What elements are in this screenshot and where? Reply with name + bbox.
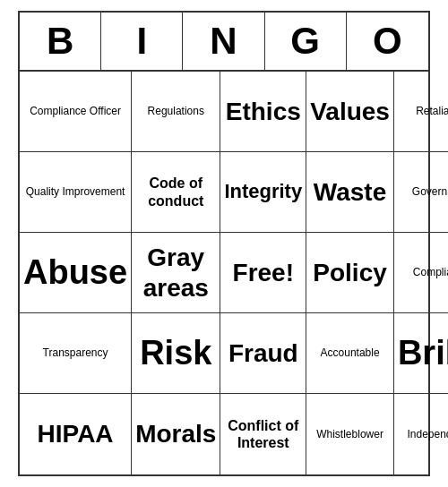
cell-text: Governance xyxy=(412,185,448,198)
bingo-cell: Values xyxy=(306,72,394,152)
cell-text: Independence xyxy=(407,428,448,440)
bingo-cell: Gray areas xyxy=(132,233,220,313)
cell-text: Whistleblower xyxy=(316,428,383,440)
bingo-cell: Free! xyxy=(220,233,306,313)
bingo-cell: Fraud xyxy=(220,313,306,394)
bingo-cell: Transparency xyxy=(20,313,132,394)
bingo-cell: Whistleblower xyxy=(306,394,394,474)
bingo-cell: Policy xyxy=(306,233,394,313)
cell-text: HIPAA xyxy=(38,419,114,449)
cell-text: Quality Improvement xyxy=(26,185,125,198)
bingo-cell: Accountable xyxy=(306,313,394,394)
cell-text: Free! xyxy=(233,258,294,288)
header-letter: I xyxy=(101,13,183,70)
cell-text: Code of conduct xyxy=(135,175,216,209)
bingo-cell: Code of conduct xyxy=(132,152,220,233)
cell-text: Bribe xyxy=(398,333,448,374)
bingo-cell: Bribe xyxy=(394,313,448,394)
cell-text: Transparency xyxy=(43,346,108,359)
header-letter: G xyxy=(265,13,347,70)
cell-text: Conflict of Interest xyxy=(224,417,302,451)
cell-text: Values xyxy=(310,97,390,127)
cell-text: Abuse xyxy=(23,252,127,294)
cell-text: Ethics xyxy=(226,97,301,127)
cell-text: Gray areas xyxy=(135,243,216,303)
bingo-header: BINGO xyxy=(20,13,428,72)
cell-text: Retaliation xyxy=(416,105,448,117)
cell-text: Fraud xyxy=(228,338,298,369)
cell-text: Waste xyxy=(314,177,386,208)
bingo-grid: Compliance OfficerRegulationsEthicsValue… xyxy=(20,72,428,474)
header-letter: N xyxy=(183,13,264,70)
cell-text: Regulations xyxy=(148,105,204,117)
bingo-cell: HIPAA xyxy=(20,394,132,474)
cell-text: Morals xyxy=(135,419,216,449)
bingo-card: BINGO Compliance OfficerRegulationsEthic… xyxy=(18,11,430,476)
bingo-cell: Ethics xyxy=(220,72,306,152)
bingo-cell: Morals xyxy=(132,394,220,474)
bingo-cell: Retaliation xyxy=(394,72,448,152)
bingo-cell: Integrity xyxy=(220,152,306,233)
cell-text: Compliance xyxy=(413,266,448,278)
cell-text: Accountable xyxy=(321,346,380,359)
header-letter: B xyxy=(20,13,101,70)
bingo-cell: Waste xyxy=(306,152,394,233)
bingo-cell: Quality Improvement xyxy=(20,152,132,233)
cell-text: Compliance Officer xyxy=(30,105,121,117)
cell-text: Risk xyxy=(140,333,211,374)
bingo-cell: Governance xyxy=(394,152,448,233)
bingo-cell: Independence xyxy=(394,394,448,474)
bingo-cell: Conflict of Interest xyxy=(220,394,306,474)
bingo-cell: Abuse xyxy=(20,233,132,313)
bingo-cell: Risk xyxy=(132,313,220,394)
bingo-cell: Compliance xyxy=(394,233,448,313)
bingo-cell: Compliance Officer xyxy=(20,72,132,152)
cell-text: Integrity xyxy=(224,180,302,203)
bingo-cell: Regulations xyxy=(132,72,220,152)
cell-text: Policy xyxy=(313,258,386,288)
header-letter: O xyxy=(347,13,428,70)
